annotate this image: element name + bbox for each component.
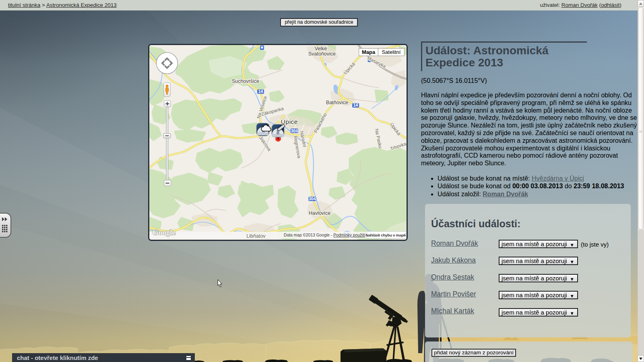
svg-text:Nahlásit chybu v mapě: Nahlásit chybu v mapě (365, 233, 406, 237)
svg-text:14: 14 (258, 89, 263, 94)
svg-text:Mapa: Mapa (362, 49, 376, 55)
svg-text:Satelitní: Satelitní (382, 49, 400, 55)
svg-text:Úpice: Úpice (281, 118, 298, 125)
svg-text:Suchovršice: Suchovršice (232, 78, 259, 84)
svg-text:Google: Google (153, 228, 175, 237)
svg-text:Havlovice: Havlovice (309, 210, 330, 216)
svg-text:Libňatov: Libňatov (246, 233, 266, 239)
svg-text:Batňovice: Batňovice (326, 100, 348, 105)
svg-text:304: 304 (309, 196, 316, 201)
svg-text:Velké: Velké (315, 46, 327, 51)
svg-text:Data map ©2013 Google - Podmín: Data map ©2013 Google - Podmínky použití (284, 233, 365, 237)
svg-text:304: 304 (291, 128, 298, 133)
svg-text:Svatoňovice: Svatoňovice (308, 51, 336, 57)
svg-text:14: 14 (353, 103, 358, 107)
